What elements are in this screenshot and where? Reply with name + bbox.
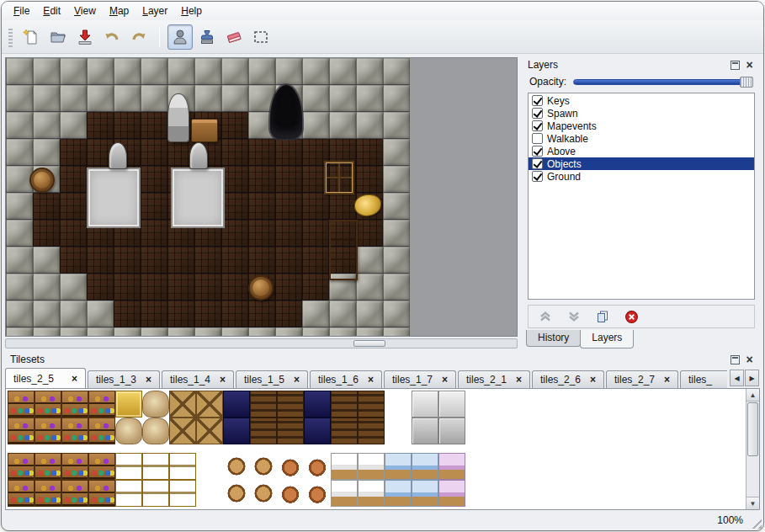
tileset-tile[interactable] xyxy=(115,480,142,507)
tileset-tile[interactable] xyxy=(61,480,88,507)
layer-row-walkable[interactable]: Walkable xyxy=(529,132,754,145)
layer-visibility-checkbox[interactable] xyxy=(532,158,543,169)
tab-close-icon[interactable]: × xyxy=(146,375,151,384)
eraser-tool-button[interactable] xyxy=(221,24,247,50)
tileset-tile[interactable] xyxy=(412,391,438,418)
resize-grip-icon[interactable] xyxy=(749,516,762,529)
toolbar-drag-handle[interactable] xyxy=(8,27,13,47)
tileset-tile[interactable] xyxy=(169,418,196,444)
layer-row-keys[interactable]: Keys xyxy=(529,94,754,107)
tileset-tab-tiles_[interactable]: tiles_× xyxy=(680,370,727,388)
layer-visibility-checkbox[interactable] xyxy=(532,171,543,182)
layer-row-objects[interactable]: Objects xyxy=(529,157,754,170)
dock-close-icon[interactable]: × xyxy=(744,60,755,71)
layer-row-above[interactable]: Above xyxy=(529,145,754,157)
player-tool-button[interactable] xyxy=(167,24,193,50)
tileset-tab-tiles_1_6[interactable]: tiles_1_6× xyxy=(310,370,382,388)
tileset-tab-tiles_1_4[interactable]: tiles_1_4× xyxy=(162,370,234,388)
redo-button[interactable] xyxy=(126,24,151,50)
menu-edit[interactable]: Edit xyxy=(36,3,67,19)
layer-visibility-checkbox[interactable] xyxy=(532,146,543,157)
tileset-tile[interactable] xyxy=(8,391,35,418)
tileset-tile[interactable] xyxy=(35,418,61,444)
tileset-tile[interactable] xyxy=(331,480,358,507)
tileset-tile[interactable] xyxy=(304,480,331,507)
tileset-tile[interactable] xyxy=(8,418,35,444)
tileset-tile[interactable] xyxy=(35,480,61,507)
menu-view[interactable]: View xyxy=(67,3,103,19)
tab-close-icon[interactable]: × xyxy=(220,375,226,384)
tileset-tile[interactable] xyxy=(358,418,385,444)
map-viewport[interactable] xyxy=(5,57,518,337)
tileset-tile[interactable] xyxy=(438,418,465,444)
tileset-tile[interactable] xyxy=(88,480,115,507)
tileset-tile[interactable] xyxy=(438,453,465,480)
layer-row-spawn[interactable]: Spawn xyxy=(529,107,754,120)
layer-duplicate-button[interactable] xyxy=(594,308,611,325)
menu-file[interactable]: File xyxy=(7,3,36,19)
tileset-tile[interactable] xyxy=(331,391,358,418)
stamp-tool-button[interactable] xyxy=(194,24,220,50)
tileset-tile[interactable] xyxy=(196,391,223,418)
layer-visibility-checkbox[interactable] xyxy=(532,108,543,119)
tileset-tile[interactable] xyxy=(250,418,277,444)
tileset-tile[interactable] xyxy=(142,391,169,418)
tileset-tile[interactable] xyxy=(385,480,412,507)
tileset-tile[interactable] xyxy=(438,480,465,507)
tileset-tile[interactable] xyxy=(169,480,196,507)
tileset-tile[interactable] xyxy=(331,453,358,480)
tileset-tab-tiles_2_7[interactable]: tiles_2_7× xyxy=(606,370,678,388)
tileset-tile[interactable] xyxy=(250,453,277,480)
tileset-tile[interactable] xyxy=(250,480,277,507)
tileset-tile[interactable] xyxy=(142,418,169,444)
tileset-tile[interactable] xyxy=(277,391,304,418)
tileset-tile[interactable] xyxy=(196,480,223,507)
tileset-tile[interactable] xyxy=(169,453,196,480)
tileset-tile[interactable] xyxy=(277,453,304,480)
tileset-tile[interactable] xyxy=(115,453,142,480)
menu-help[interactable]: Help xyxy=(174,3,209,19)
tab-scroll-left-button[interactable]: ◀ xyxy=(730,370,744,386)
dock-tab-history[interactable]: History xyxy=(526,330,581,347)
tileset-tab-tiles_1_3[interactable]: tiles_1_3× xyxy=(88,370,160,388)
tileset-tile[interactable] xyxy=(8,453,35,480)
tab-close-icon[interactable]: × xyxy=(294,375,300,384)
tileset-tile[interactable] xyxy=(223,453,250,480)
menu-map[interactable]: Map xyxy=(103,3,135,19)
tileset-tile[interactable] xyxy=(358,453,385,480)
tileset-tile[interactable] xyxy=(88,453,115,480)
map-canvas[interactable] xyxy=(6,58,410,337)
tab-close-icon[interactable]: × xyxy=(72,375,77,383)
tileset-tile[interactable] xyxy=(35,453,61,480)
map-hscrollbar-thumb[interactable] xyxy=(353,340,385,347)
undo-button[interactable] xyxy=(99,24,125,50)
tileset-tab-tiles_2_5[interactable]: tiles_2_5× xyxy=(5,368,86,388)
layer-visibility-checkbox[interactable] xyxy=(532,120,543,131)
tileset-tab-tiles_1_5[interactable]: tiles_1_5× xyxy=(236,370,308,388)
tileset-tile[interactable] xyxy=(115,418,142,444)
tileset-tile[interactable] xyxy=(277,480,304,507)
dock-float-icon[interactable] xyxy=(730,61,740,70)
layer-move-down-button[interactable] xyxy=(566,308,582,325)
scroll-up-button[interactable]: ▲ xyxy=(746,389,759,402)
layer-move-up-button[interactable] xyxy=(537,308,554,325)
layer-visibility-checkbox[interactable] xyxy=(532,95,543,106)
tileset-tile[interactable] xyxy=(304,391,331,418)
tileset-tile[interactable] xyxy=(331,418,358,444)
tab-scroll-right-button[interactable]: ▶ xyxy=(745,370,759,386)
tileset-tile[interactable] xyxy=(88,418,115,444)
map-hscrollbar[interactable] xyxy=(5,338,518,348)
menu-layer[interactable]: Layer xyxy=(135,3,174,19)
tileset-tile[interactable] xyxy=(304,418,331,444)
layer-row-mapevents[interactable]: Mapevents xyxy=(529,120,754,132)
tileset-tile[interactable] xyxy=(223,391,250,418)
tileset-vscrollbar[interactable]: ▲ ▼ xyxy=(746,389,759,509)
tileset-tile[interactable] xyxy=(250,391,277,418)
tileset-tab-tiles_1_7[interactable]: tiles_1_7× xyxy=(384,370,456,388)
tileset-tile[interactable] xyxy=(61,418,88,444)
tileset-tile[interactable] xyxy=(412,453,438,480)
dock-close-icon[interactable]: × xyxy=(744,354,755,365)
tileset-tile[interactable] xyxy=(223,480,250,507)
opacity-slider[interactable] xyxy=(573,77,753,87)
layer-delete-button[interactable] xyxy=(623,308,640,325)
